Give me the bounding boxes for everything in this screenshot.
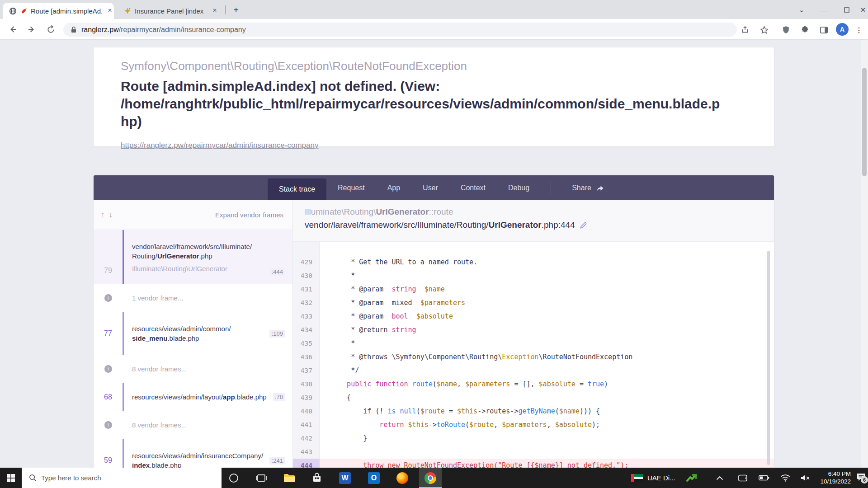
taskbar-word-icon[interactable]: W — [334, 468, 356, 488]
clock-time: 6:40 PM — [814, 470, 851, 478]
padlock-icon[interactable] — [71, 26, 77, 33]
tab-close-icon[interactable]: ✕ — [211, 7, 219, 15]
expand-plus-icon[interactable]: + — [104, 421, 112, 429]
frame-line-ref: :444 — [269, 230, 292, 284]
frame-file-path: resources/views/admin/common/side_menu.b… — [132, 324, 265, 343]
frame-class-name: Illuminate\Routing\UrlGenerator — [132, 265, 265, 272]
page-scrollbar[interactable] — [861, 40, 868, 468]
vendor-frames-label: 8 vendor frames... — [123, 421, 187, 429]
browser-tab-inactive[interactable]: Insurance Panel |index ✕ — [118, 3, 225, 19]
uae-flag-icon[interactable] — [631, 474, 643, 482]
browser-menu-kebab-icon[interactable]: ⋮ — [852, 23, 866, 37]
stack-frame[interactable]: 59resources/views/admin/insuranceCompany… — [94, 439, 292, 468]
tray-wifi-icon[interactable] — [776, 468, 795, 488]
dynamite-emoji-icon — [20, 7, 28, 14]
start-button[interactable] — [0, 468, 22, 488]
taskbar-taskview-icon[interactable] — [250, 468, 273, 488]
line-number: 429 — [293, 255, 320, 269]
share-page-icon[interactable] — [738, 23, 752, 37]
share-button[interactable]: Share — [561, 175, 615, 200]
flare-tab-debug[interactable]: Debug — [497, 175, 541, 200]
desktop: Route [admin.simpleAd.index ✕ Insurance … — [0, 0, 868, 488]
expand-plus-icon[interactable]: + — [104, 365, 112, 373]
insurance-favicon-icon — [124, 7, 131, 14]
tray-chevron-up-icon[interactable] — [711, 468, 729, 488]
frame-number: 77 — [104, 329, 112, 338]
code-scrollbar[interactable] — [767, 251, 770, 465]
expand-vendor-frames-link[interactable]: Expand vendor frames — [215, 211, 283, 219]
next-frame-arrow-icon[interactable]: ↓ — [109, 211, 113, 220]
edit-pencil-icon[interactable] — [580, 221, 587, 229]
code-header: Illuminate\Routing\UrlGenerator::route v… — [293, 200, 774, 242]
code-line: 440 if (! is_null($route = $this->routes… — [293, 404, 774, 418]
bookmark-star-icon[interactable] — [757, 23, 771, 37]
flare-nav-tabs: Stack traceRequestAppUserContextDebug — [268, 175, 541, 200]
line-number: 443 — [293, 445, 320, 459]
windows-taskbar: W O UAE Di... 6:40 PM 10/19/2022 — [0, 468, 868, 488]
vendor-frames-toggle[interactable]: +8 vendor frames... — [94, 411, 292, 439]
taskbar-store-icon[interactable] — [306, 468, 328, 488]
tab-title: Route [admin.simpleAd.index — [31, 7, 102, 15]
tray-tablet-mode-icon[interactable] — [733, 468, 752, 488]
stack-frame[interactable]: 68resources/views/admin/layout/app.blade… — [94, 383, 292, 411]
back-button[interactable] — [5, 22, 20, 37]
browser-tab-active[interactable]: Route [admin.simpleAd.index ✕ — [3, 3, 114, 19]
window-maximize-button[interactable] — [836, 4, 857, 16]
exception-url-link[interactable]: https://ranglerz.pw/repairmycar/admin/in… — [121, 141, 318, 150]
tab-search-chevron-icon[interactable]: ⌄ — [791, 4, 812, 16]
line-number: 437 — [293, 364, 320, 377]
line-number: 432 — [293, 296, 320, 310]
expand-plus-icon[interactable]: + — [104, 294, 112, 302]
line-number: 438 — [293, 377, 320, 391]
frame-number: 59 — [104, 456, 112, 465]
address-bar[interactable]: ranglerz.pw/repairmycar/admin/insurance-… — [63, 23, 737, 37]
line-number: 435 — [293, 337, 320, 350]
new-tab-button[interactable]: + — [230, 4, 242, 17]
flare-tab-app[interactable]: App — [376, 175, 411, 200]
profile-avatar[interactable]: A — [836, 23, 849, 36]
line-number: 434 — [293, 323, 320, 337]
taskbar-outlook-icon[interactable]: O — [363, 468, 385, 488]
window-minimize-button[interactable]: — — [814, 4, 835, 16]
tab-title: Insurance Panel |index — [135, 7, 207, 15]
keyboard-language-label[interactable]: UAE Di... — [647, 468, 675, 488]
flare-tab-stack-trace[interactable]: Stack trace — [268, 178, 326, 200]
stack-frame[interactable]: 79vendor/laravel/framework/src/Illuminat… — [94, 230, 292, 284]
code-line: 430 * — [293, 269, 774, 282]
line-number: 431 — [293, 282, 320, 296]
taskbar-file-explorer-icon[interactable] — [278, 468, 301, 488]
flare-tab-request[interactable]: Request — [326, 175, 376, 200]
taskbar-chrome-icon[interactable] — [419, 468, 442, 488]
taskbar-firefox-icon[interactable] — [391, 468, 414, 488]
taskbar-cortana-icon[interactable] — [222, 468, 245, 488]
taskbar-search-box[interactable] — [22, 468, 222, 488]
share-arrow-icon — [596, 184, 604, 192]
extensions-puzzle-icon[interactable] — [797, 23, 812, 37]
tray-volume-muted-icon[interactable] — [796, 468, 815, 488]
exception-class: Symfony\Component\Routing\Exception\Rout… — [121, 59, 747, 73]
page-scrollbar-thumb[interactable] — [862, 68, 867, 176]
flare-body: ↑ ↓ Expand vendor frames 79vendor/larave… — [94, 200, 774, 468]
stack-frame[interactable]: 77resources/views/admin/common/side_menu… — [94, 312, 292, 355]
tray-battery-icon[interactable] — [754, 468, 774, 488]
stack-trace-card: Stack traceRequestAppUserContextDebug Sh… — [94, 175, 774, 468]
flare-tab-user[interactable]: User — [411, 175, 449, 200]
reload-button[interactable] — [43, 22, 58, 37]
code-line: 435 * — [293, 337, 774, 350]
action-center-icon[interactable]: 6 — [854, 468, 868, 488]
taskbar-clock[interactable]: 6:40 PM 10/19/2022 — [814, 470, 851, 485]
forward-button[interactable] — [24, 22, 39, 37]
shield-extension-icon[interactable] — [778, 23, 793, 37]
flare-tab-context[interactable]: Context — [449, 175, 497, 200]
tab-close-icon[interactable]: ✕ — [106, 7, 114, 15]
vendor-frames-toggle[interactable]: +1 vendor frame... — [94, 284, 292, 312]
stack-frames-sidebar: ↑ ↓ Expand vendor frames 79vendor/larave… — [94, 200, 293, 468]
window-close-button[interactable]: ✕ — [858, 4, 868, 16]
code-line: 444 throw new RouteNotFoundException("Ro… — [293, 459, 774, 468]
search-input[interactable] — [41, 474, 195, 482]
prev-frame-arrow-icon[interactable]: ↑ — [101, 211, 105, 220]
vendor-frames-toggle[interactable]: +8 vendor frames... — [94, 355, 292, 383]
side-panel-icon[interactable] — [816, 23, 831, 37]
tray-trending-app-icon[interactable] — [682, 468, 702, 488]
code-line: 431 * @param string $name — [293, 282, 774, 296]
